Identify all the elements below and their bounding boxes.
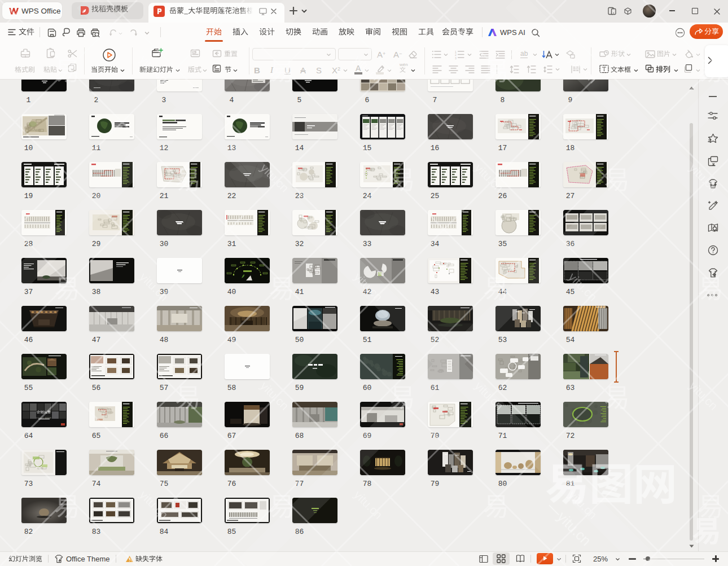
svg-text:3: 3	[455, 56, 457, 60]
